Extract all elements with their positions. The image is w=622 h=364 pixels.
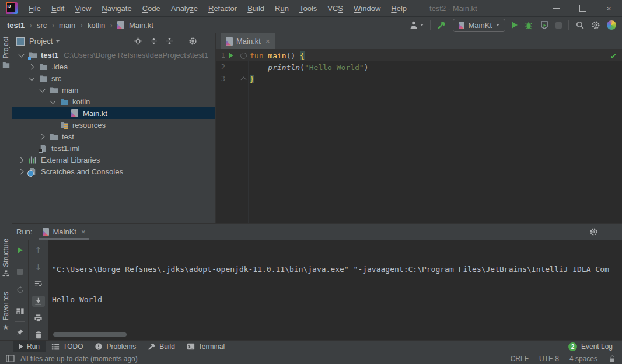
- toolbar-todo-button[interactable]: TODO: [46, 341, 89, 352]
- search-everywhere-button[interactable]: [575, 20, 585, 30]
- tool-button-project[interactable]: Project: [0, 37, 12, 68]
- tree-item-test1iml[interactable]: test1.iml: [12, 142, 215, 154]
- next-occurrence-button[interactable]: ↓: [32, 261, 45, 272]
- kotlin-file-icon: [117, 21, 124, 29]
- chevron-down-icon[interactable]: [28, 75, 36, 82]
- settings-icon[interactable]: [589, 228, 598, 236]
- run-button[interactable]: [512, 22, 518, 29]
- stop-process-button[interactable]: [13, 266, 26, 278]
- rerun-button[interactable]: [13, 244, 26, 256]
- lock-icon[interactable]: [608, 355, 616, 363]
- chevron-down-icon[interactable]: [56, 40, 60, 43]
- minimize-button[interactable]: [543, 0, 569, 16]
- profile-button[interactable]: [409, 20, 424, 30]
- menu-file[interactable]: File: [23, 1, 46, 16]
- indent-widget[interactable]: 4 spaces: [569, 355, 597, 363]
- menu-vcs[interactable]: VCS: [322, 1, 348, 16]
- run-console[interactable]: "C:\Users\Borge Refsnes\.jdks\adopt-open…: [48, 240, 622, 341]
- tree-item-test[interactable]: test: [12, 131, 215, 142]
- menu-navigate[interactable]: Navigate: [96, 1, 137, 16]
- window-layout-icon[interactable]: [6, 355, 15, 362]
- inspections-ok-icon[interactable]: ✔: [610, 52, 617, 61]
- print-button[interactable]: [32, 313, 45, 324]
- tree-item-test1[interactable]: test1 C:\Users\Borge Refsnes\IdeaProject…: [12, 49, 215, 61]
- soft-wrap-button[interactable]: [32, 278, 45, 289]
- tree-item-external-libraries[interactable]: External Libraries: [12, 154, 215, 166]
- menu-tools[interactable]: Tools: [294, 1, 322, 16]
- toolbar-run-button[interactable]: Run: [13, 341, 46, 352]
- menu-help[interactable]: Help: [386, 1, 412, 16]
- breadcrumb-file[interactable]: Main.kt: [129, 21, 153, 30]
- event-log-button[interactable]: 2 Event Log: [568, 342, 622, 351]
- toolbar-build-button[interactable]: Build: [142, 341, 181, 352]
- locate-file-icon[interactable]: [134, 37, 142, 46]
- run-tab-label: MainKt: [53, 228, 76, 236]
- menu-edit[interactable]: Edit: [46, 1, 69, 16]
- run-configuration-select[interactable]: MainKt: [453, 19, 505, 32]
- restore-layout-button[interactable]: [13, 305, 26, 317]
- settings-button[interactable]: [591, 20, 600, 30]
- breadcrumb-kotlin[interactable]: kotlin: [88, 21, 105, 30]
- menu-code[interactable]: Code: [137, 1, 166, 16]
- fold-end-icon[interactable]: [240, 77, 246, 83]
- toolbar-terminal-button[interactable]: Terminal: [181, 341, 230, 352]
- hide-panel-icon[interactable]: [204, 41, 211, 41]
- tree-item-mainkt[interactable]: Main.kt: [12, 107, 215, 119]
- tree-item-idea[interactable]: .idea: [12, 61, 215, 72]
- chevron-down-icon[interactable]: [39, 86, 46, 94]
- build-project-button[interactable]: [437, 20, 446, 30]
- menu-view[interactable]: View: [69, 1, 96, 16]
- tree-item-scratches[interactable]: Scratches and Consoles: [12, 166, 215, 177]
- menu-window[interactable]: Window: [348, 1, 386, 16]
- tool-button-structure[interactable]: Structure: [0, 239, 12, 277]
- debug-button[interactable]: [524, 20, 533, 30]
- chevron-down-icon[interactable]: [18, 51, 25, 59]
- chevron-right-icon[interactable]: [39, 133, 46, 141]
- expand-all-icon[interactable]: [149, 37, 158, 46]
- chevron-right-icon[interactable]: [28, 63, 36, 71]
- toolbar-divider: [430, 20, 431, 30]
- run-tab-mainkt[interactable]: MainKt ×: [38, 224, 90, 240]
- close-tab-icon[interactable]: ×: [265, 37, 270, 46]
- tree-item-kotlin[interactable]: kotlin: [12, 96, 215, 107]
- close-button[interactable]: ×: [596, 0, 622, 16]
- breadcrumb-main[interactable]: main: [59, 21, 75, 30]
- updates-button[interactable]: [607, 20, 616, 30]
- chevron-right-icon[interactable]: [18, 156, 25, 164]
- clear-all-button[interactable]: [32, 330, 45, 341]
- encoding-widget[interactable]: UTF-8: [539, 355, 559, 363]
- scroll-to-end-button[interactable]: [32, 296, 45, 307]
- run-with-coverage-button[interactable]: [540, 20, 549, 30]
- breadcrumb-src[interactable]: src: [37, 21, 47, 30]
- prev-occurrence-button[interactable]: ↑: [32, 244, 45, 256]
- line-separator-widget[interactable]: CRLF: [511, 355, 529, 363]
- horizontal-scrollbar[interactable]: [53, 332, 127, 337]
- tree-item-resources[interactable]: resources: [12, 119, 215, 131]
- chevron-down-icon[interactable]: [49, 98, 57, 106]
- menu-analyze[interactable]: Analyze: [166, 1, 203, 16]
- maximize-button[interactable]: [569, 0, 596, 16]
- breadcrumb-test1[interactable]: test1: [7, 21, 25, 30]
- menu-run[interactable]: Run: [270, 1, 294, 16]
- project-panel-title[interactable]: Project: [29, 37, 53, 46]
- toolbar-problems-button[interactable]: Problems: [89, 341, 142, 352]
- tool-button-favorites[interactable]: Favorites ★: [0, 292, 12, 331]
- run-line-icon[interactable]: [229, 52, 233, 58]
- fold-collapse-icon[interactable]: [240, 52, 247, 59]
- pin-tab-button[interactable]: [13, 327, 26, 338]
- hide-panel-icon[interactable]: [607, 232, 614, 232]
- restart-button[interactable]: [13, 284, 26, 295]
- tree-item-src[interactable]: src: [12, 72, 215, 84]
- editor-tab-mainkt[interactable]: Main.kt ×: [221, 33, 275, 49]
- settings-icon[interactable]: [188, 37, 197, 46]
- menu-build[interactable]: Build: [242, 1, 270, 16]
- collapse-all-icon[interactable]: [165, 37, 174, 46]
- tree-item-main[interactable]: main: [12, 84, 215, 96]
- chevron-right-icon[interactable]: [18, 168, 25, 176]
- status-widgets: CRLF UTF-8 4 spaces: [511, 355, 616, 363]
- code-editor[interactable]: 1 fun main() { 2 println("Hello World") …: [216, 50, 622, 223]
- close-tab-icon[interactable]: ×: [81, 228, 86, 236]
- intellij-logo-text: IJ: [7, 4, 15, 12]
- menu-refactor[interactable]: Refactor: [203, 1, 242, 16]
- stop-button[interactable]: [555, 22, 562, 29]
